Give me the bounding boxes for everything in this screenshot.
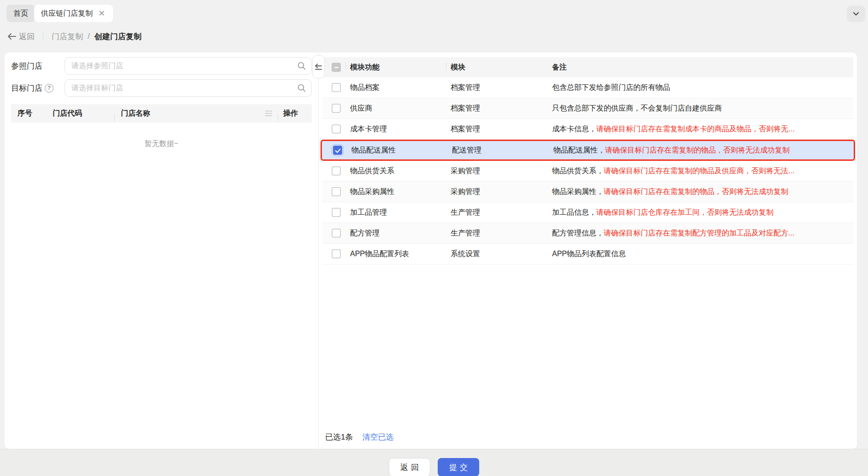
search-icon[interactable] — [297, 83, 306, 93]
reference-store-row: 参照门店 — [11, 57, 312, 75]
collapse-panel-toggle[interactable] — [312, 55, 325, 78]
row-checkbox[interactable] — [332, 166, 341, 176]
module-function-cell: 加工品管理 — [348, 208, 449, 217]
row-checkbox[interactable] — [332, 124, 341, 134]
module-function-cell: 物品供货关系 — [348, 166, 449, 176]
selected-count: 已选1条 — [325, 432, 353, 442]
row-checkbox[interactable] — [332, 187, 341, 196]
page: 首页 供应链门店复制 ✕ 返回 门店复制 / 创建门店复制 参照门店 — [0, 0, 868, 476]
table-row[interactable]: 供应商 档案管理 只包含总部下发的供应商，不会复制门店自建供应商 — [322, 98, 853, 119]
table-row[interactable]: APP物品配置列表 系统设置 APP物品列表配置信息 — [322, 244, 853, 264]
module-table-header: 模块功能 模块 备注 — [322, 57, 853, 77]
row-checkbox[interactable] — [333, 146, 342, 155]
tab-bar: 首页 供应链门店复制 ✕ — [0, 0, 868, 26]
module-cell: 生产管理 — [449, 208, 550, 217]
module-panel: 模块功能 模块 备注 物品档案 档案管理 包含总部下发给参照门店的所有物品 供应… — [319, 53, 857, 449]
back-label: 返回 — [19, 31, 35, 42]
module-function-cell: 物品配送属性 — [350, 146, 450, 155]
col-store-name: 门店名称 — [114, 109, 259, 118]
search-icon[interactable] — [297, 61, 306, 71]
table-row[interactable]: 成本卡管理 档案管理 成本卡信息，请确保目标门店存在需复制成本卡的商品及物品，否… — [322, 119, 853, 140]
divider — [43, 33, 43, 40]
remark-cell: 包含总部下发给参照门店的所有物品 — [550, 83, 853, 93]
col-store-code: 门店代码 — [41, 109, 114, 118]
row-checkbox[interactable] — [332, 229, 341, 238]
module-table: 模块功能 模块 备注 物品档案 档案管理 包含总部下发给参照门店的所有物品 供应… — [322, 57, 853, 264]
back-link[interactable]: 返回 — [7, 31, 35, 42]
row-checkbox[interactable] — [332, 208, 341, 217]
table-row[interactable]: 物品采购属性 采购管理 物品采购属性，请确保目标门店存在需复制的物品，否则将无法… — [322, 182, 853, 202]
chevron-down-icon[interactable] — [847, 6, 865, 22]
store-table: 序号 门店代码 门店名称 操作 暂无数据~ — [11, 104, 312, 149]
column-settings-icon[interactable] — [259, 111, 278, 116]
remark-cell: APP物品列表配置信息 — [550, 249, 853, 259]
row-checkbox[interactable] — [332, 249, 341, 259]
back-button[interactable]: 返回 — [389, 458, 430, 476]
remark-cell: 物品供货关系，请确保目标门店存在需复制的物品及供应商，否则将无法... — [550, 166, 853, 176]
col-module: 模块 — [449, 63, 550, 72]
row-checkbox[interactable] — [332, 104, 341, 113]
question-circle-icon[interactable]: ? — [45, 84, 54, 93]
select-all-checkbox[interactable] — [332, 63, 341, 72]
main-card: 参照门店 目标门店 ? — [5, 53, 857, 449]
store-selection-panel: 参照门店 目标门店 ? — [5, 53, 319, 449]
table-row[interactable]: 加工品管理 生产管理 加工品信息，请确保目标门店仓库存在加工间，否则将无法成功复… — [322, 202, 853, 223]
row-checkbox[interactable] — [332, 83, 341, 92]
module-cell: 配送管理 — [450, 146, 552, 155]
menu-fold-icon — [315, 64, 322, 70]
tab-home[interactable]: 首页 — [6, 5, 35, 22]
remark-cell: 物品配送属性，请确保目标门店存在需复制的物品，否则将无法成功复制 — [552, 146, 852, 155]
module-cell: 档案管理 — [449, 124, 550, 134]
module-cell: 采购管理 — [449, 187, 550, 197]
breadcrumb-parent[interactable]: 门店复制 — [52, 31, 83, 42]
table-row[interactable]: 物品档案 档案管理 包含总部下发给参照门店的所有物品 — [322, 77, 853, 98]
module-cell: 生产管理 — [449, 229, 550, 238]
target-store-label: 目标门店 — [11, 83, 42, 94]
remark-cell: 配方管理信息，请确保目标门店存在需复制配方管理的加工品及对应配方... — [550, 229, 853, 238]
table-row[interactable]: 物品供货关系 采购管理 物品供货关系，请确保目标门店存在需复制的物品及供应商，否… — [322, 161, 853, 182]
module-function-cell: APP物品配置列表 — [348, 249, 449, 259]
module-cell: 档案管理 — [449, 83, 550, 93]
module-function-cell: 配方管理 — [348, 229, 449, 238]
tab-active-label: 供应链门店复制 — [41, 9, 93, 18]
table-row[interactable]: 物品配送属性 配送管理 物品配送属性，请确保目标门店存在需复制的物品，否则将无法… — [321, 140, 855, 161]
col-module-function: 模块功能 — [348, 63, 449, 72]
module-cell: 档案管理 — [449, 104, 550, 113]
target-store-row: 目标门店 ? — [11, 79, 312, 97]
remark-cell: 只包含总部下发的供应商，不会复制门店自建供应商 — [550, 104, 853, 113]
submit-button[interactable]: 提交 — [438, 458, 479, 476]
page-title: 创建门店复制 — [95, 31, 142, 42]
remark-cell: 物品采购属性，请确保目标门店存在需复制的物品，否则将无法成功复制 — [550, 187, 853, 197]
back-arrow-icon — [7, 33, 16, 40]
col-action: 操作 — [278, 109, 312, 118]
table-row[interactable]: 配方管理 生产管理 配方管理信息，请确保目标门店存在需复制配方管理的加工品及对应… — [322, 223, 853, 244]
breadcrumb-separator: / — [88, 32, 90, 41]
empty-state: 暂无数据~ — [11, 139, 312, 149]
clear-selected-link[interactable]: 清空已选 — [362, 432, 393, 442]
col-serial: 序号 — [11, 109, 41, 118]
module-function-cell: 物品档案 — [348, 83, 449, 93]
module-function-cell: 成本卡管理 — [348, 124, 449, 134]
remark-cell: 成本卡信息，请确保目标门店存在需复制成本卡的商品及物品，否则将无... — [550, 124, 853, 134]
footer-bar: 返回 提交 — [0, 449, 868, 476]
store-table-header: 序号 门店代码 门店名称 操作 — [11, 104, 312, 123]
reference-store-label: 参照门店 — [11, 61, 65, 71]
selection-bar: 已选1条 清空已选 — [325, 432, 393, 442]
breadcrumb: 返回 门店复制 / 创建门店复制 — [0, 26, 142, 47]
target-store-input[interactable] — [65, 79, 312, 97]
col-remark: 备注 — [550, 63, 853, 72]
module-function-cell: 物品采购属性 — [348, 187, 449, 197]
module-cell: 系统设置 — [449, 249, 550, 259]
reference-store-input[interactable] — [65, 57, 312, 75]
module-table-body: 物品档案 档案管理 包含总部下发给参照门店的所有物品 供应商 档案管理 只包含总… — [322, 77, 853, 264]
module-cell: 采购管理 — [449, 166, 550, 176]
tab-supply-chain-store-copy[interactable]: 供应链门店复制 ✕ — [34, 5, 113, 22]
close-icon[interactable]: ✕ — [97, 8, 106, 18]
module-function-cell: 供应商 — [348, 104, 449, 113]
remark-cell: 加工品信息，请确保目标门店仓库存在加工间，否则将无法成功复制 — [550, 208, 853, 217]
